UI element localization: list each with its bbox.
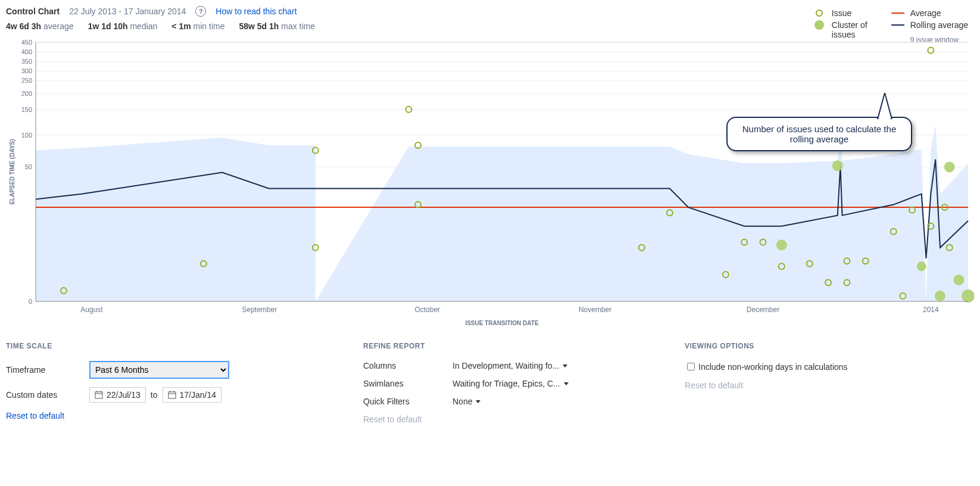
include-nonworking-label: Include non-working days in calculations bbox=[698, 362, 848, 372]
svg-point-44 bbox=[832, 160, 843, 171]
legend-issue-label: Issue bbox=[832, 8, 851, 18]
svg-rect-75 bbox=[168, 392, 176, 398]
date-range: 22 July 2013 - 17 January 2014 bbox=[69, 7, 186, 16]
svg-text:2014: 2014 bbox=[923, 306, 939, 314]
svg-marker-26 bbox=[36, 125, 968, 301]
svg-text:0: 0 bbox=[29, 298, 32, 305]
svg-text:450: 450 bbox=[21, 39, 32, 46]
stat-average: 4w 6d 3h average bbox=[6, 21, 74, 31]
chart-legend: Issue Average Cluster of issues Rolling … bbox=[813, 8, 968, 44]
reset-timescale-link[interactable]: Reset to default bbox=[6, 411, 64, 420]
stat-max: 58w 5d 1h max time bbox=[239, 21, 315, 31]
svg-point-59 bbox=[962, 289, 974, 303]
svg-text:150: 150 bbox=[21, 106, 32, 113]
svg-text:ELAPSED TIME (DAYS): ELAPSED TIME (DAYS) bbox=[9, 139, 15, 204]
date-from-input[interactable]: 22/Jul/13 bbox=[89, 387, 146, 403]
svg-text:December: December bbox=[747, 306, 779, 314]
svg-point-56 bbox=[944, 161, 955, 172]
custom-dates-label: Custom dates bbox=[6, 390, 89, 400]
help-link[interactable]: How to read this chart bbox=[216, 7, 297, 16]
svg-point-54 bbox=[935, 291, 945, 301]
svg-point-41 bbox=[776, 239, 787, 250]
refine-col: REFINE REPORT Columns In Development, Wa… bbox=[363, 342, 637, 432]
svg-point-58 bbox=[953, 275, 964, 285]
legend-cluster-label: Cluster of issues bbox=[832, 20, 867, 39]
quickfilters-dropdown[interactable]: None bbox=[452, 397, 480, 406]
svg-text:100: 100 bbox=[21, 132, 32, 139]
refine-title: REFINE REPORT bbox=[363, 342, 637, 350]
legend-rolling-label: Rolling average bbox=[910, 20, 968, 30]
callout-bubble: Number of issues used to calculate the r… bbox=[726, 117, 912, 151]
svg-point-2 bbox=[814, 20, 824, 30]
svg-point-51 bbox=[917, 261, 926, 271]
reset-viewing-link: Reset to default bbox=[685, 381, 743, 390]
svg-text:ISSUE TRANSITION DATE: ISSUE TRANSITION DATE bbox=[465, 320, 538, 326]
svg-text:August: August bbox=[80, 306, 103, 314]
swimlanes-dropdown[interactable]: Waiting for Triage, Epics, C... bbox=[452, 379, 569, 388]
stat-median: 1w 1d 10h median bbox=[88, 21, 158, 31]
include-nonworking-checkbox[interactable] bbox=[687, 363, 695, 370]
chevron-down-icon bbox=[564, 382, 569, 385]
help-icon[interactable]: ? bbox=[195, 6, 206, 17]
reset-refine-link: Reset to default bbox=[363, 415, 422, 424]
timeframe-select[interactable]: Past 6 Months bbox=[89, 361, 229, 379]
calendar-icon bbox=[95, 391, 103, 399]
date-to-input[interactable]: 17/Jan/14 bbox=[163, 387, 222, 403]
control-chart-svg[interactable]: 050100150200250300350400450ELAPSED TIME … bbox=[6, 39, 974, 331]
legend-average: Average bbox=[891, 8, 968, 18]
calendar-icon bbox=[168, 391, 176, 399]
stat-min: < 1m min time bbox=[171, 21, 224, 31]
svg-text:400: 400 bbox=[21, 48, 32, 55]
time-scale-title: TIME SCALE bbox=[6, 342, 316, 350]
columns-label: Columns bbox=[363, 361, 452, 370]
time-scale-col: TIME SCALE Timeframe Past 6 Months Custo… bbox=[6, 342, 316, 432]
svg-point-0 bbox=[816, 10, 822, 16]
svg-text:November: November bbox=[579, 306, 611, 314]
svg-text:September: September bbox=[242, 306, 277, 314]
swimlanes-label: Swimlanes bbox=[363, 379, 452, 388]
legend-average-label: Average bbox=[910, 8, 941, 18]
quickfilters-label: Quick Filters bbox=[363, 397, 452, 406]
callout-text: Number of issues used to calculate the r… bbox=[742, 124, 896, 144]
svg-point-53 bbox=[928, 48, 934, 54]
svg-text:350: 350 bbox=[21, 58, 32, 65]
svg-rect-71 bbox=[95, 392, 102, 398]
svg-text:October: October bbox=[414, 306, 440, 314]
viewing-title: VIEWING OPTIONS bbox=[685, 342, 848, 350]
timeframe-label: Timeframe bbox=[6, 365, 89, 375]
legend-issue: Issue bbox=[813, 8, 867, 18]
controls-panel: TIME SCALE Timeframe Past 6 Months Custo… bbox=[0, 337, 980, 438]
svg-text:300: 300 bbox=[21, 67, 32, 74]
chart-plot-area[interactable]: 050100150200250300350400450ELAPSED TIME … bbox=[6, 39, 974, 331]
to-label: to bbox=[151, 390, 158, 400]
chevron-down-icon bbox=[563, 364, 567, 367]
svg-text:250: 250 bbox=[21, 77, 32, 84]
columns-dropdown[interactable]: In Development, Waiting fo... bbox=[452, 361, 567, 370]
chart-header: Control Chart 22 July 2013 - 17 January … bbox=[0, 0, 980, 19]
viewing-col: VIEWING OPTIONS Include non-working days… bbox=[685, 342, 848, 432]
chart-title: Control Chart bbox=[6, 7, 60, 16]
svg-text:50: 50 bbox=[25, 163, 32, 170]
svg-text:200: 200 bbox=[21, 90, 32, 97]
chevron-down-icon bbox=[476, 400, 480, 403]
